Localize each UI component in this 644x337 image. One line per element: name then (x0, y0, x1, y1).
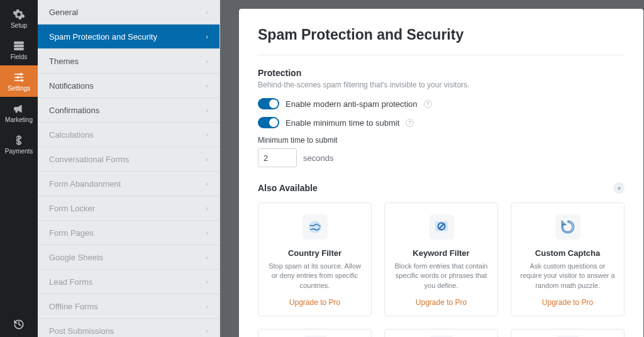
svg-rect-0 (14, 41, 24, 43)
card-extra-3 (511, 329, 625, 337)
rail-label: Fields (11, 53, 28, 60)
rail-label: Setup (11, 22, 27, 29)
sidebar-item-calculations[interactable]: Calculations› (38, 123, 219, 147)
svg-point-6 (309, 221, 321, 233)
globe-icon (303, 214, 328, 240)
card-desc: Stop spam at its source. Allow or deny e… (267, 262, 362, 290)
toggle-label: Enable minimum time to submit (286, 118, 399, 128)
chevron-right-icon: › (206, 327, 208, 334)
chevron-right-icon: › (206, 204, 208, 212)
upgrade-link[interactable]: Upgrade to Pro (542, 298, 593, 307)
sidebar-item-general[interactable]: General› (38, 0, 219, 25)
card-country-filter: Country Filter Stop spam at its source. … (258, 202, 372, 316)
card-title: Custom Captcha (535, 248, 600, 258)
sidebar-item-offline[interactable]: Offline Forms› (38, 294, 219, 319)
card-title: Country Filter (288, 248, 341, 258)
sidebar-label: Google Sheets (49, 253, 103, 262)
chevron-right-icon: › (206, 302, 208, 310)
svg-point-5 (21, 79, 23, 81)
sidebar-item-notifications[interactable]: Notifications› (38, 74, 219, 98)
help-icon[interactable]: ? (424, 100, 432, 108)
mintime-unit: seconds (303, 153, 333, 163)
chevron-right-icon: › (206, 253, 208, 261)
card-extra-1 (258, 329, 372, 337)
card-keyword-filter: Keyword Filter Block form entries that c… (384, 202, 498, 316)
sidebar-item-conversational[interactable]: Conversational Forms› (38, 147, 219, 172)
chevron-right-icon: › (206, 278, 208, 285)
chevron-right-icon: › (206, 33, 208, 40)
sidebar-label: Offline Forms (49, 302, 98, 311)
sidebar-item-postsub[interactable]: Post Submissions› (38, 319, 219, 337)
protection-heading: Protection (258, 68, 625, 78)
chevron-right-icon: › (206, 131, 208, 138)
rail-label: Payments (5, 148, 33, 155)
history-icon (13, 319, 25, 330)
rail-history[interactable] (0, 312, 38, 337)
nav-rail: Setup Fields Settings Marketing Payments (0, 0, 38, 337)
svg-rect-2 (14, 48, 24, 50)
rail-payments[interactable]: Payments (0, 128, 38, 160)
sidebar-label: Calculations (49, 130, 94, 140)
chevron-right-icon: › (206, 82, 208, 89)
sidebar-item-confirmations[interactable]: Confirmations› (38, 98, 219, 123)
settings-sheet: Spam Protection and Security Protection … (239, 9, 643, 337)
main-canvas: Spam Protection and Security Protection … (220, 0, 644, 337)
rail-fields[interactable]: Fields (0, 34, 38, 65)
card-custom-captcha: Custom Captcha Ask custom questions or r… (511, 202, 625, 316)
chevron-right-icon: › (206, 229, 208, 236)
rail-marketing[interactable]: Marketing (0, 97, 38, 128)
svg-rect-1 (14, 45, 24, 47)
sidebar-label: Form Pages (49, 228, 94, 238)
sidebar-label: Notifications (49, 81, 94, 91)
svg-point-4 (17, 76, 19, 78)
sidebar-item-leadforms[interactable]: Lead Forms› (38, 270, 219, 294)
dollar-icon (13, 134, 25, 146)
sidebar-item-gsheets[interactable]: Google Sheets› (38, 245, 219, 270)
sidebar-label: Confirmations (49, 106, 99, 115)
settings-sidebar: General› Spam Protection and Security› T… (38, 0, 220, 337)
block-icon (429, 214, 454, 240)
sidebar-item-abandonment[interactable]: Form Abandonment› (38, 172, 219, 196)
rail-label: Settings (8, 85, 30, 92)
protection-sub: Behind-the-scenes spam filtering that's … (258, 80, 625, 89)
gear-icon (13, 8, 25, 21)
card-extra-2 (384, 329, 498, 337)
toggle-label: Enable modern anti-spam protection (286, 99, 418, 109)
sidebar-item-locker[interactable]: Form Locker› (38, 196, 219, 221)
divider (258, 55, 625, 55)
upgrade-link[interactable]: Upgrade to Pro (289, 298, 340, 307)
chevron-right-icon: › (206, 106, 208, 114)
mintime-input[interactable] (258, 148, 297, 167)
card-desc: Ask custom questions or require your vis… (520, 262, 615, 290)
chevron-right-icon: › (206, 155, 208, 163)
rail-settings[interactable]: Settings (0, 65, 38, 97)
sidebar-label: Spam Protection and Security (49, 32, 157, 41)
sliders-icon (13, 71, 25, 84)
chevron-right-icon: › (206, 57, 208, 65)
svg-point-3 (20, 73, 22, 75)
available-heading: Also Available (258, 183, 318, 193)
chevron-right-icon: › (206, 8, 208, 16)
collapse-button[interactable]: ▾ (613, 182, 625, 194)
upgrade-link[interactable]: Upgrade to Pro (416, 298, 467, 307)
toggle-mintime[interactable] (258, 117, 279, 128)
sidebar-item-spam[interactable]: Spam Protection and Security› (38, 25, 219, 49)
sidebar-label: Post Submissions (49, 326, 114, 336)
sidebar-label: Themes (49, 57, 79, 66)
captcha-icon (555, 214, 580, 240)
mintime-label: Minimum time to submit (258, 136, 625, 145)
chevron-right-icon: › (206, 180, 208, 187)
sidebar-label: Form Abandonment (49, 179, 121, 189)
rail-setup[interactable]: Setup (0, 3, 38, 34)
help-icon[interactable]: ? (406, 119, 414, 127)
sidebar-label: Conversational Forms (49, 155, 129, 164)
sidebar-label: General (49, 8, 78, 17)
card-title: Keyword Filter (413, 248, 469, 258)
rail-label: Marketing (5, 116, 33, 123)
sidebar-item-formpages[interactable]: Form Pages› (38, 221, 219, 245)
page-title: Spam Protection and Security (258, 26, 625, 43)
sidebar-item-themes[interactable]: Themes› (38, 49, 219, 74)
bullhorn-icon (13, 102, 25, 115)
toggle-antispam[interactable] (258, 98, 279, 109)
sidebar-label: Lead Forms (49, 277, 92, 287)
